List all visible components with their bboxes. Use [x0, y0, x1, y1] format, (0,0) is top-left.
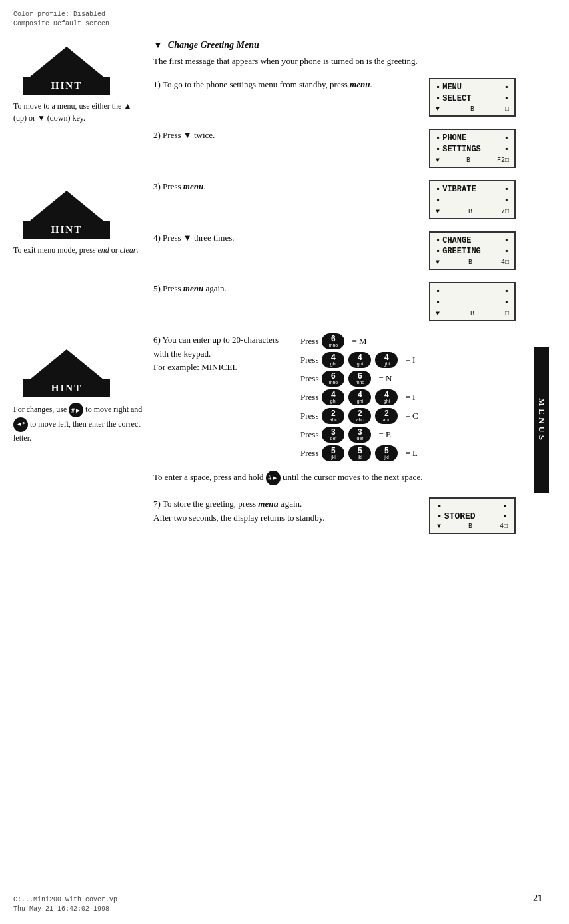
display-3: ▪VIBRATE▪ ▪ ▪ ▼B7□ — [429, 180, 516, 219]
key-3def-2[interactable]: 3def — [348, 427, 371, 443]
step-2-text: 2) Press ▼ twice. — [153, 129, 416, 143]
sidebar-bar: MENUS — [534, 347, 549, 493]
step-2: 2) Press ▼ twice. ▪PHONE▪ ▪SETTINGS▪ ▼BF… — [153, 129, 529, 168]
key-5jkl-1[interactable]: 5jkl — [322, 445, 344, 461]
keypad-row-L: Press 5jkl 5jkl 5jkl = L — [300, 445, 529, 461]
key-4ghi-2[interactable]: 4ghi — [348, 352, 371, 368]
step-5-text: 5) Press menu again. — [153, 282, 416, 296]
hint-triangle-1 — [30, 47, 103, 77]
key-2abc-2[interactable]: 2abc — [348, 408, 371, 424]
step-4: 4) Press ▼ three times. ▪CHANGE▪ ▪GREETI… — [153, 231, 529, 271]
key-4ghi-5[interactable]: 4ghi — [348, 389, 371, 405]
step-7-text: 7) To store the greeting, press menu aga… — [153, 497, 416, 525]
intro-text: The first message that appears when your… — [153, 55, 529, 69]
title-section: ▼ Change Greeting Menu The first message… — [153, 40, 529, 69]
eq-I1: = I — [405, 355, 415, 365]
main-content: HINT To move to a menu, use either the ▲… — [13, 40, 529, 884]
hint-text-1: To move to a menu, use either the ▲ (up)… — [13, 100, 147, 124]
keypad-row-I1: Press 4ghi 4ghi 4ghi = I — [300, 352, 529, 368]
page-number: 21 — [533, 893, 542, 904]
top-meta: Color profile: Disabled Composite Defaul… — [13, 10, 109, 29]
display-4: ▪CHANGE▪ ▪GREETING▪ ▼B4□ — [429, 231, 516, 271]
keypad-row-I2: Press 4ghi 4ghi 4ghi = I — [300, 389, 529, 405]
key-4ghi-4[interactable]: 4ghi — [322, 389, 344, 405]
eq-L: = L — [405, 448, 418, 459]
left-column: HINT To move to a menu, use either the ▲… — [13, 40, 147, 464]
press-label-N: Press — [300, 373, 318, 384]
hint-box-2: HINT To exit menu mode, press end or cle… — [13, 191, 147, 256]
hint-triangle-3 — [30, 349, 103, 379]
key-5jkl-2[interactable]: 5jkl — [348, 445, 371, 461]
key-2abc-1[interactable]: 2abc — [322, 408, 344, 424]
hash-right-key-2[interactable]: #► — [266, 471, 281, 485]
key-4ghi-1[interactable]: 4ghi — [322, 352, 344, 368]
key-6mno-3[interactable]: 6mno — [348, 371, 371, 387]
key-5jkl-3[interactable]: 5jkl — [375, 445, 398, 461]
keypad-row-C: Press 2abc 2abc 2abc = C — [300, 408, 529, 424]
display-7: ▪ ▪ ▪STORED▪ ▼B4□ — [429, 497, 516, 534]
eq-N: = N — [378, 373, 392, 384]
press-label-M: Press — [300, 336, 318, 347]
arrow-down-icon: ▼ — [153, 40, 163, 51]
step-6: 6) You can enter up to 20-characters wit… — [153, 333, 529, 485]
step-5: 5) Press menu again. ▪ ▪ ▪ ▪ ▼B□ — [153, 282, 529, 321]
key-3def-1[interactable]: 3def — [322, 427, 344, 443]
key-4ghi-6[interactable]: 4ghi — [375, 389, 398, 405]
hash-left-key: ◄* — [13, 417, 28, 432]
bottom-meta: C:...Mini200 with cover.vp Thu May 21 16… — [13, 895, 117, 914]
hint-text-3: For changes, use #► to move right and ◄*… — [13, 403, 147, 444]
hint-label-3: HINT — [23, 379, 110, 397]
hint-label-1: HINT — [23, 77, 110, 95]
hint-triangle-2 — [30, 191, 103, 221]
keypad-row-M: Press 6mno = M — [300, 333, 529, 349]
key-6mno-2[interactable]: 6mno — [322, 371, 344, 387]
keypad-row-E: Press 3def 3def = E — [300, 427, 529, 443]
press-label-L: Press — [300, 448, 318, 459]
sidebar-label: MENUS — [536, 398, 547, 443]
keypad-row-N: Press 6mno 6mno = N — [300, 371, 529, 387]
step-6-space-note: To enter a space, press and hold #► unti… — [153, 471, 529, 485]
step-7: 7) To store the greeting, press menu aga… — [153, 497, 529, 534]
page-title: Change Greeting Menu — [168, 40, 259, 51]
hint-label-2: HINT — [23, 221, 110, 239]
eq-E: = E — [378, 429, 391, 440]
step-6-text: 6) You can enter up to 20-characters wit… — [153, 333, 287, 375]
press-label-I1: Press — [300, 355, 318, 365]
step-1: 1) To go to the phone settings menu from… — [153, 78, 529, 117]
hint-box-1: HINT To move to a menu, use either the ▲… — [13, 47, 147, 124]
step-4-text: 4) Press ▼ three times. — [153, 231, 416, 245]
display-1: ▪MENU▪ ▪SELECT▪ ▼B□ — [429, 78, 516, 117]
key-6mno-1[interactable]: 6mno — [322, 333, 344, 349]
press-label-E: Press — [300, 429, 318, 440]
key-4ghi-3[interactable]: 4ghi — [375, 352, 398, 368]
eq-M: = M — [352, 336, 366, 347]
hash-right-key-1: #► — [69, 403, 83, 417]
eq-C: = C — [405, 411, 418, 421]
display-2: ▪PHONE▪ ▪SETTINGS▪ ▼BF2□ — [429, 129, 516, 168]
display-5: ▪ ▪ ▪ ▪ ▼B□ — [429, 282, 516, 321]
key-2abc-3[interactable]: 2abc — [375, 408, 398, 424]
eq-I2: = I — [405, 392, 415, 403]
step-3-text: 3) Press menu. — [153, 180, 416, 194]
press-label-I2: Press — [300, 392, 318, 403]
press-label-C: Press — [300, 411, 318, 421]
right-column: ▼ Change Greeting Menu The first message… — [153, 40, 529, 546]
hint-text-2: To exit menu mode, press end or clear. — [13, 244, 147, 256]
step-1-text: 1) To go to the phone settings menu from… — [153, 78, 416, 92]
hint-box-3: HINT For changes, use #► to move right a… — [13, 349, 147, 444]
step-3: 3) Press menu. ▪VIBRATE▪ ▪ ▪ ▼B7□ — [153, 180, 529, 219]
